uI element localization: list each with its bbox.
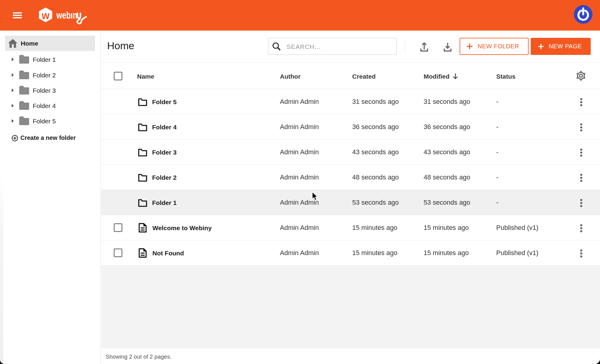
svg-text:w: w [41, 9, 50, 22]
